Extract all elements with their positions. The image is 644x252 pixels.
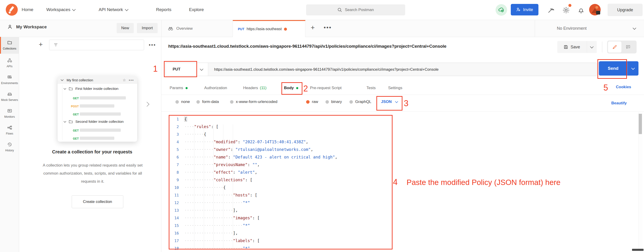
horizontal-scrollbar-thumb[interactable] xyxy=(632,249,644,251)
sidebar-item-collections[interactable]: Collections xyxy=(0,37,19,54)
add-collection-plus-button[interactable]: + xyxy=(39,40,43,48)
edit-comment-toggle xyxy=(607,40,636,53)
body-type-binary[interactable]: binary xyxy=(326,99,342,104)
beautify-link[interactable]: Beautify xyxy=(611,101,627,105)
cookies-link[interactable]: Cookies xyxy=(616,85,631,89)
sidebar-item-environments[interactable]: Environments xyxy=(0,71,19,88)
sidebar-item-monitors[interactable]: Monitors xyxy=(0,105,19,122)
request-tab-title: https://asia-southeast xyxy=(247,27,282,31)
chevron-down-icon xyxy=(590,45,594,48)
body-type-x-www-form-urlencoded[interactable]: x-www-form-urlencoded xyxy=(230,99,277,104)
tab-tests[interactable]: Tests xyxy=(366,86,376,90)
nav-explore[interactable]: Explore xyxy=(189,7,204,12)
invite-person-icon xyxy=(516,7,521,12)
chevron-down-icon[interactable] xyxy=(64,87,66,90)
chevron-down-icon[interactable] xyxy=(200,67,204,71)
line-number: 15 xyxy=(161,222,179,230)
save-options-button[interactable] xyxy=(586,41,597,53)
raw-format-select[interactable]: JSON xyxy=(381,99,398,104)
tab-request-active[interactable]: PUT https://asia-southeast xyxy=(233,20,306,37)
tree-request-row[interactable]: GET xyxy=(72,128,79,132)
new-button[interactable]: New xyxy=(117,23,134,33)
tree-folder-2[interactable]: Second folder inside collection xyxy=(64,119,124,124)
upgrade-button[interactable]: Upgrade xyxy=(608,4,642,16)
comment-icon[interactable] xyxy=(622,41,635,52)
nav-home[interactable]: Home xyxy=(22,7,34,12)
sidebar-filter-input[interactable] xyxy=(49,40,144,50)
collection-name: My first collection xyxy=(66,78,122,82)
environment-selector[interactable]: No Environment xyxy=(535,20,644,37)
search-input[interactable]: Search Postman xyxy=(306,4,405,15)
sidebar-item-mock-servers[interactable]: Mock Servers xyxy=(0,88,19,105)
tab-overview[interactable]: Overview xyxy=(162,20,233,37)
create-collection-button[interactable]: Create collection xyxy=(72,195,123,208)
settings-gear-icon[interactable] xyxy=(562,6,570,14)
body-type-graphql[interactable]: GraphQL xyxy=(350,99,371,104)
body-type-none[interactable]: none xyxy=(176,99,190,104)
send-options-button[interactable] xyxy=(628,61,638,76)
sidebar-item-flows[interactable]: Flows xyxy=(0,122,19,139)
radio-icon xyxy=(230,100,234,104)
vertical-scrollbar-thumb[interactable] xyxy=(639,114,642,134)
sidebar-item-apis[interactable]: APIs xyxy=(0,55,19,71)
code-line: 10················{ xyxy=(161,184,638,191)
import-button[interactable]: Import xyxy=(137,23,158,33)
sidebar-item-history[interactable]: History xyxy=(0,139,19,156)
tab-options-button[interactable]: ●●● xyxy=(324,25,332,29)
radio-icon xyxy=(196,100,200,104)
url-input[interactable]: https://asia-southeast1.cloud.twistlock.… xyxy=(208,63,597,76)
tree-request-row[interactable]: GET xyxy=(72,112,79,116)
new-tab-button[interactable]: + xyxy=(311,24,315,31)
tree-request-row[interactable]: GET xyxy=(72,96,79,100)
nav-api-network[interactable]: API Network xyxy=(99,7,128,12)
tab-params[interactable]: Params xyxy=(170,86,188,90)
notifications-bell-icon[interactable] xyxy=(577,6,585,14)
postman-app: Home Workspaces API Network Reports Expl… xyxy=(0,0,644,252)
star-icon[interactable]: ☆ xyxy=(122,78,126,82)
line-number: 10 xyxy=(161,184,179,191)
body-type-raw[interactable]: raw xyxy=(306,99,318,104)
green-dot xyxy=(186,87,188,89)
tab-pre-request-script[interactable]: Pre-request Script xyxy=(310,86,342,90)
tree-request-row[interactable]: GET xyxy=(72,136,79,141)
code-line: 11····················"hosts": [ xyxy=(161,191,638,199)
invite-button[interactable]: Invite xyxy=(511,4,538,15)
body-editor[interactable]: 1{2····"rules": [3········{4············… xyxy=(161,111,638,252)
upgrade-label: Upgrade xyxy=(617,7,633,12)
nav-reports[interactable]: Reports xyxy=(156,7,172,12)
annotation-number-4: 4 xyxy=(393,177,398,187)
code-line: 12························"*" xyxy=(161,199,638,207)
method-selector[interactable]: PUT xyxy=(166,63,200,76)
nav-workspaces[interactable]: Workspaces xyxy=(46,7,75,12)
request-name-placeholder xyxy=(80,137,114,140)
tab-authorization[interactable]: Authorization xyxy=(204,86,227,90)
chevron-down-icon xyxy=(395,100,398,103)
line-number: 14 xyxy=(161,214,179,222)
code-line: 4············"modified": "2022-07-14T15:… xyxy=(161,138,638,146)
tree-folder-1[interactable]: First folder inside collection xyxy=(64,86,118,91)
save-button[interactable]: Save xyxy=(557,41,586,53)
send-button[interactable]: Send xyxy=(599,61,638,76)
empty-state-title: Create a collection for your requests xyxy=(37,149,148,155)
sidebar-collapse-handle[interactable] xyxy=(145,103,149,107)
api-repository-icon[interactable] xyxy=(547,6,555,14)
collection-more-icon[interactable]: ●●● xyxy=(128,79,134,81)
chevron-down-icon[interactable] xyxy=(60,78,64,81)
tab-settings[interactable]: Settings xyxy=(388,86,402,90)
sidebar-more-button[interactable]: ●●● xyxy=(149,43,156,46)
avatar-badge-icon xyxy=(596,11,600,14)
postman-logo[interactable] xyxy=(5,3,18,16)
request-tab-method: PUT xyxy=(238,27,244,31)
workspace-switcher[interactable]: My Workspace xyxy=(7,24,47,30)
chevron-down-icon[interactable] xyxy=(64,120,66,123)
tab-body[interactable]: Body xyxy=(284,86,298,90)
radio-icon xyxy=(326,100,329,104)
sync-status-icon[interactable] xyxy=(496,4,507,16)
collection-header[interactable]: My first collection ☆ ●●● xyxy=(58,76,137,84)
edit-pencil-icon[interactable] xyxy=(608,41,622,52)
tab-headers[interactable]: Headers(11) xyxy=(243,86,266,90)
request-name-placeholder xyxy=(80,104,114,108)
body-type-form-data[interactable]: form-data xyxy=(196,99,219,104)
tree-request-row[interactable]: POST xyxy=(70,104,79,108)
line-number: 1 xyxy=(161,115,179,123)
